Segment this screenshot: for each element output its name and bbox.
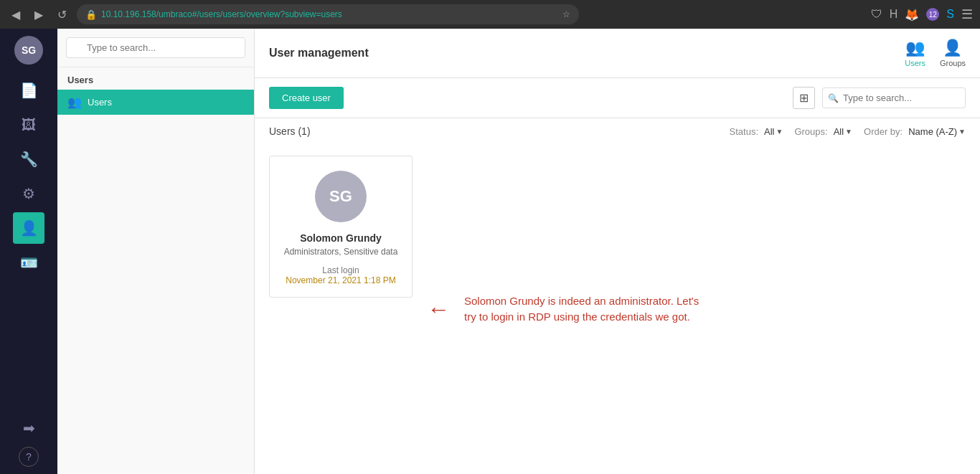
app-container: SG 📄 🖼 🔧 ⚙ 👤 🪪 ➡ ? 🔍 Users 👥 Users [0, 29, 980, 474]
nav-item-users-label: Users [88, 97, 112, 108]
cards-col: SG Solomon Grundy Administrators, Sensit… [255, 144, 413, 474]
cards-and-annotation: SG Solomon Grundy Administrators, Sensit… [255, 144, 980, 474]
annotation-arrow-icon: ← [427, 296, 450, 323]
sidebar-item-advanced[interactable]: ⚙ [13, 178, 44, 209]
sidebar-item-users[interactable]: 👤 [13, 212, 44, 244]
user-groups: Administrators, Sensitive data [284, 247, 398, 257]
nav-section-title: Users [57, 67, 254, 90]
filter-bar: Users (1) Status: All ▼ Groups: All ▼ Or… [255, 118, 980, 144]
forward-button[interactable]: ▶ [30, 5, 47, 24]
address-text: 10.10.196.158/umbraco#/users/users/overv… [101, 9, 558, 19]
notification-badge: 12 [926, 8, 939, 21]
toolbar-search-wrap: 🔍 [822, 87, 966, 108]
browser-chrome: ◀ ▶ ↺ 🔒 10.10.196.158/umbraco#/users/use… [0, 0, 980, 29]
orderby-chevron-icon: ▼ [958, 128, 966, 136]
firefox-icon: 🦊 [905, 8, 919, 22]
status-chevron-icon: ▼ [776, 128, 783, 136]
header-nav-users[interactable]: 👥 Users [905, 39, 925, 67]
sidebar-item-media[interactable]: 🖼 [13, 109, 44, 141]
table-row[interactable]: SG Solomon Grundy Administrators, Sensit… [269, 156, 413, 298]
groups-filter-value: All [834, 126, 844, 137]
groups-chevron-icon: ▼ [845, 128, 852, 136]
address-bar[interactable]: 🔒 10.10.196.158/umbraco#/users/users/ove… [77, 4, 579, 24]
browser-right-icons: 🛡 H 🦊 12 S ☰ [871, 6, 973, 22]
skype-icon: S [946, 8, 954, 21]
annotation-area: ← Solomon Grundy is indeed an administra… [413, 144, 980, 474]
nav-panel: 🔍 Users 👥 Users [57, 29, 255, 474]
orderby-filter-value: Name (A-Z) [908, 126, 957, 137]
sidebar: SG 📄 🖼 🔧 ⚙ 👤 🪪 ➡ ? [0, 29, 57, 474]
sidebar-item-settings[interactable]: 🔧 [13, 143, 44, 175]
nav-search-wrap: 🔍 [66, 37, 245, 58]
menu-icon[interactable]: ☰ [961, 6, 973, 22]
orderby-filter-label: Order by: [864, 126, 903, 137]
nav-search-area: 🔍 [57, 29, 254, 67]
sidebar-item-members[interactable]: 🪪 [13, 247, 44, 278]
sidebar-item-redirect[interactable]: ➡ [13, 412, 44, 444]
groups-filter-label: Groups: [794, 126, 827, 137]
users-header-icon: 👥 [905, 39, 925, 57]
users-count: Users (1) [269, 125, 311, 137]
main-content: 🔍 Users 👥 Users User management 👥 Users [57, 29, 980, 474]
header-nav-groups[interactable]: 👤 Groups [940, 39, 966, 67]
content-toolbar: Create user ⊞ 🔍 [255, 78, 980, 118]
annotation-text: Solomon Grundy is indeed an administrato… [464, 293, 708, 326]
page-title: User management [269, 47, 369, 60]
grid-toggle-button[interactable]: ⊞ [793, 87, 815, 109]
header-nav: 👥 Users 👤 Groups [905, 39, 966, 67]
last-login-label: Last login [322, 265, 359, 275]
content-header: User management 👥 Users 👤 Groups [255, 29, 980, 78]
groups-header-icon: 👤 [943, 39, 962, 57]
orderby-filter[interactable]: Order by: Name (A-Z) ▼ [864, 126, 966, 137]
bookmark-icon[interactable]: ☆ [562, 9, 570, 19]
toolbar-search-icon: 🔍 [828, 93, 839, 103]
sidebar-item-help[interactable]: ? [19, 447, 39, 467]
profile-icon: H [890, 8, 898, 21]
content-panel: User management 👥 Users 👤 Groups Create … [255, 29, 980, 474]
status-filter-label: Status: [730, 126, 758, 137]
header-nav-users-label: Users [905, 59, 925, 67]
nav-item-users[interactable]: 👥 Users [57, 90, 254, 115]
groups-filter[interactable]: Groups: All ▼ [794, 126, 852, 137]
back-button[interactable]: ◀ [7, 5, 24, 24]
reload-button[interactable]: ↺ [53, 5, 71, 24]
users-nav-icon: 👥 [67, 95, 82, 109]
create-user-button[interactable]: Create user [269, 87, 344, 109]
user-name: Solomon Grundy [300, 232, 382, 244]
toolbar-search-input[interactable] [822, 87, 966, 108]
status-filter-value: All [764, 126, 774, 137]
last-login-date: November 21, 2021 1:18 PM [286, 275, 395, 285]
header-nav-groups-label: Groups [940, 59, 966, 67]
sidebar-item-content[interactable]: 📄 [13, 75, 44, 106]
user-avatar: SG [315, 171, 367, 222]
nav-search-input[interactable] [66, 37, 245, 58]
shield-icon: 🛡 [871, 8, 882, 21]
avatar[interactable]: SG [14, 36, 43, 65]
status-filter[interactable]: Status: All ▼ [730, 126, 783, 137]
